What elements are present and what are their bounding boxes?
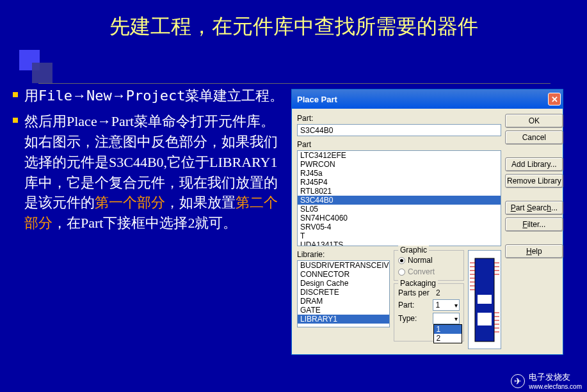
- watermark-logo-icon: ✈: [511, 374, 525, 388]
- libraries-label: Librarie:: [297, 250, 390, 259]
- part-combo[interactable]: 1: [433, 299, 460, 311]
- list-item[interactable]: RTL8021: [298, 187, 501, 196]
- parts-per-label: Parts per: [398, 288, 433, 297]
- remove-library-button[interactable]: Remove Library: [505, 174, 563, 188]
- add-library-button[interactable]: Add Library...: [505, 157, 563, 171]
- bullet-item: 然后用Place→Part菜单命令打开元件库。如右图示，注意图中反色部分，如果我…: [13, 111, 288, 233]
- radio-convert: Convert: [398, 267, 460, 276]
- slide-text: 用File→New→Project菜单建立工程。 然后用Place→Part菜单…: [13, 86, 288, 355]
- list-item[interactable]: SRV05-4: [298, 223, 501, 231]
- radio-icon: [398, 269, 405, 276]
- graphic-group-title: Graphic: [398, 246, 429, 255]
- part-search-button[interactable]: Part Search...: [505, 201, 563, 215]
- list-item[interactable]: DRAM: [298, 297, 389, 306]
- list-item[interactable]: Design Cache: [298, 279, 389, 288]
- list-item[interactable]: LIBRARY1: [298, 315, 389, 324]
- title-underline: [38, 83, 551, 84]
- place-part-dialog: Place Part ✕ Part: Part LTC3412EFE PWRCO…: [291, 89, 563, 355]
- bullet-marker: [13, 92, 18, 97]
- dialog-titlebar[interactable]: Place Part ✕: [292, 90, 563, 109]
- list-item[interactable]: SN74HC4060: [298, 214, 501, 223]
- type-option[interactable]: 1: [434, 325, 462, 334]
- filter-button[interactable]: Filter...: [505, 217, 563, 231]
- radio-icon: [398, 257, 405, 264]
- svg-rect-19: [478, 295, 492, 304]
- close-icon: ✕: [551, 95, 558, 104]
- ok-button[interactable]: OK: [505, 114, 563, 128]
- watermark: ✈ 电子发烧友 www.elecfans.com: [511, 372, 582, 390]
- parts-per-value: 2: [436, 288, 440, 297]
- type-option[interactable]: 2: [434, 334, 462, 343]
- packaging-group-title: Packaging: [398, 279, 438, 288]
- part-list-label: Part: [297, 140, 501, 149]
- part-combo-label: Part:: [398, 301, 430, 310]
- list-item[interactable]: BUSDRIVERTRANSCEIVER: [298, 261, 389, 270]
- radio-normal[interactable]: Normal: [398, 256, 460, 265]
- close-button[interactable]: ✕: [548, 93, 561, 106]
- list-item[interactable]: CONNECTOR: [298, 270, 389, 279]
- list-item[interactable]: GATE: [298, 306, 389, 315]
- list-item[interactable]: T: [298, 231, 501, 240]
- list-item[interactable]: LTC3412EFE: [298, 151, 501, 160]
- cancel-button[interactable]: Cancel: [505, 130, 563, 145]
- component-preview: [468, 250, 501, 349]
- part-input-label: Part:: [297, 114, 501, 123]
- graphic-group: Graphic Normal Convert: [394, 250, 464, 281]
- svg-rect-20: [478, 313, 492, 325]
- bullet-marker: [13, 118, 18, 123]
- list-item[interactable]: PWRCON: [298, 160, 501, 169]
- watermark-url: www.elecfans.com: [529, 383, 582, 390]
- libraries-listbox[interactable]: BUSDRIVERTRANSCEIVER CONNECTOR Design Ca…: [297, 260, 390, 327]
- slide-title: 先建工程，在元件库中查找所需要的器件: [0, 0, 587, 47]
- list-item[interactable]: RJ45a: [298, 169, 501, 178]
- type-combo-label: Type:: [398, 314, 430, 323]
- type-combo[interactable]: 1 2: [433, 313, 460, 324]
- bullet-item: 用File→New→Project菜单建立工程。: [13, 86, 288, 106]
- dialog-title: Place Part: [297, 95, 337, 104]
- chip-preview-icon: [469, 255, 501, 345]
- list-item[interactable]: S3C44B0: [298, 196, 501, 205]
- part-listbox[interactable]: LTC3412EFE PWRCON RJ45a RJ45P4 RTL8021 S…: [297, 150, 501, 246]
- list-item[interactable]: DISCRETE: [298, 288, 389, 297]
- list-item[interactable]: RJ45P4: [298, 178, 501, 187]
- type-dropdown-list[interactable]: 1 2: [433, 324, 462, 343]
- help-button[interactable]: Help: [505, 244, 563, 258]
- part-input[interactable]: [297, 124, 501, 136]
- list-item[interactable]: SL05: [298, 205, 501, 214]
- packaging-group: Packaging Parts per 2 Part: 1 Type:: [394, 283, 464, 341]
- watermark-brand: 电子发烧友: [529, 372, 582, 383]
